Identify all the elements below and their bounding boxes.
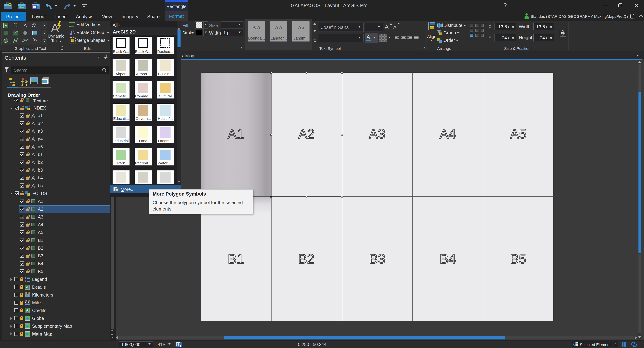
svg-text:A: A xyxy=(14,24,16,28)
svg-text:A: A xyxy=(5,24,7,28)
svg-text:abc: abc xyxy=(32,23,36,25)
svg-text:A: A xyxy=(51,21,59,34)
svg-text:A: A xyxy=(23,23,27,28)
